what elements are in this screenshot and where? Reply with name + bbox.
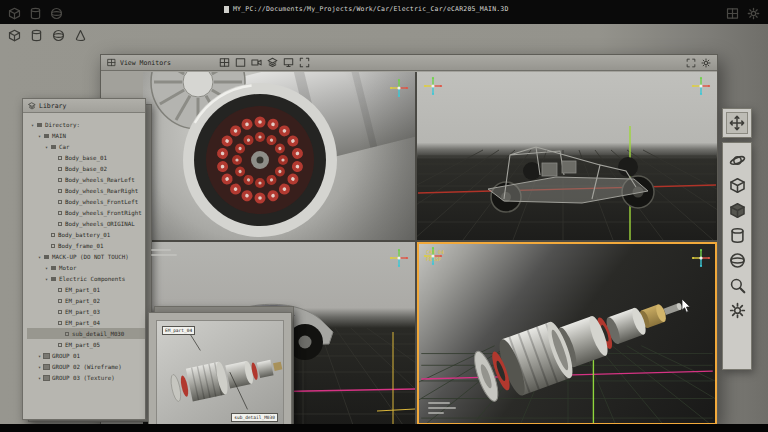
tree-item-label: Body_wheels_RearLeft [65, 177, 135, 183]
tree-item-label: MAIN [52, 133, 66, 139]
tree-item[interactable]: EM_part_02 [27, 295, 145, 306]
tree-item-label: Car [59, 144, 69, 150]
grid-view-icon[interactable] [219, 57, 230, 68]
sphere-icon[interactable] [52, 27, 65, 40]
mesh-icon [58, 310, 62, 314]
tree-item[interactable]: EM_part_01 [27, 284, 145, 295]
tree-item[interactable]: sub_detail_M030 [27, 328, 145, 339]
tree-item[interactable]: Body_frame_01 [27, 240, 145, 251]
tree-item[interactable]: ▾Car [27, 141, 145, 152]
tree-item-label: EM_part_04 [65, 320, 100, 326]
move-tool-icon[interactable] [726, 112, 748, 134]
tree-item-label: EM_part_03 [65, 309, 100, 315]
tree-item[interactable]: Body_wheels_ORIGINAL [27, 218, 145, 229]
tree-item[interactable]: EM_part_05 [27, 339, 145, 350]
cylinder-icon[interactable] [729, 227, 746, 244]
tree-item[interactable]: ▾GROUP 01 [27, 350, 145, 361]
viewport-top-right[interactable] [417, 72, 717, 240]
tree-item[interactable]: EM_part_03 [27, 306, 145, 317]
orbit-tool-icon[interactable] [729, 152, 746, 169]
mesh-icon [58, 343, 62, 347]
detail-image: EM_part_04 sub_detail_M030 [156, 320, 284, 432]
mesh-icon [58, 200, 62, 204]
callout-label: EM_part_04 [162, 326, 195, 335]
window-toolbar [219, 57, 310, 68]
library-title: Library [39, 102, 66, 110]
folder-icon [44, 134, 49, 138]
group-icon [44, 376, 49, 380]
tree-item[interactable]: ▾MAIN [27, 130, 145, 141]
cube-solid-icon[interactable] [729, 202, 746, 219]
mesh-icon [58, 167, 62, 171]
tree-item[interactable]: ▾GROUP 02 (Wireframe) [27, 361, 145, 372]
tree-item[interactable]: ▾Directory: [27, 119, 145, 130]
viewport-stats-text [428, 412, 444, 414]
expand-icon[interactable] [686, 58, 696, 68]
mesh-icon [58, 211, 62, 215]
monitor-icon[interactable] [283, 57, 294, 68]
tree-item[interactable]: Body_base_01 [27, 152, 145, 163]
tree-item[interactable]: ▾Motor [27, 262, 145, 273]
settings-icon[interactable] [747, 5, 760, 18]
settings-icon[interactable] [729, 302, 746, 319]
folder-icon [37, 123, 42, 127]
tree-item[interactable]: Body_wheels_RearRight [27, 185, 145, 196]
tree-item-label: Body_battery_01 [58, 232, 110, 238]
right-toolbar-primary [722, 108, 752, 138]
desktop: View Monitors [0, 24, 768, 425]
tree-item[interactable]: Body_base_02 [27, 163, 145, 174]
mesh-icon [58, 299, 62, 303]
window-title-bar[interactable]: View Monitors [101, 55, 717, 71]
viewport-stats-text [428, 407, 456, 409]
camera-label-line2: PERSP [426, 256, 444, 263]
library-panel: Library ▾Directory:▾MAIN▾CarBody_base_01… [22, 98, 146, 420]
sphere-icon[interactable] [729, 252, 746, 269]
zoom-icon[interactable] [729, 277, 746, 294]
tree-item[interactable]: Body_wheels_FrontRight [27, 207, 145, 218]
viewport-top-left[interactable] [143, 72, 415, 240]
sphere-icon[interactable] [50, 5, 63, 18]
library-header[interactable]: Library [23, 99, 145, 113]
grid-view-icon[interactable] [726, 5, 739, 18]
cylinder-icon[interactable] [29, 5, 42, 18]
folder-icon [51, 266, 56, 270]
camera-icon[interactable] [251, 57, 262, 68]
tree-item[interactable]: Body_battery_01 [27, 229, 145, 240]
expand-icon[interactable] [299, 57, 310, 68]
mesh-icon [65, 332, 69, 336]
tree-item[interactable]: ▾Electric Components [27, 273, 145, 284]
cube-icon[interactable] [8, 27, 21, 40]
mesh-icon [58, 321, 62, 325]
mesh-icon [58, 288, 62, 292]
settings-icon[interactable] [701, 58, 711, 68]
folder-icon [44, 255, 49, 259]
single-view-icon[interactable] [235, 57, 246, 68]
tree-item[interactable]: EM_part_04 [27, 317, 145, 328]
cube-icon[interactable] [8, 5, 21, 18]
mesh-icon [58, 189, 62, 193]
title-bar-right-icons [726, 5, 760, 18]
tree-item[interactable]: Body_wheels_RearLeft [27, 174, 145, 185]
exploded-motor-scene [419, 244, 715, 423]
file-path: MY_PC://Documents/My_Projects/Work/Car/E… [233, 5, 509, 13]
tree-item-label: Body_frame_01 [58, 243, 103, 249]
viewport-bottom-right-selected[interactable]: CAM 04 PERSP [417, 242, 717, 425]
mesh-icon [51, 244, 55, 248]
tree-item-label: GROUP 01 [52, 353, 80, 359]
folder-icon [51, 277, 56, 281]
detail-inspector-panel[interactable]: EM_part_04 sub_detail_M030 [148, 312, 292, 432]
right-toolbar-tools [722, 142, 752, 370]
layers-icon[interactable] [267, 57, 278, 68]
viewport-info-text [151, 249, 171, 251]
cylinder-icon[interactable] [30, 27, 43, 40]
tree-item[interactable]: ▾MACK-UP (DO NOT TOUCH) [27, 251, 145, 262]
desktop-toolbar [8, 27, 87, 40]
tree-item[interactable]: Body_wheels_FrontLeft [27, 196, 145, 207]
tree-item[interactable]: ▾GROUP 03 (Texture) [27, 372, 145, 383]
cone-icon[interactable] [74, 27, 87, 40]
grid-view-icon [107, 58, 116, 67]
mesh-icon [51, 233, 55, 237]
letterbox-bottom [0, 424, 768, 432]
file-path-tab[interactable]: MY_PC://Documents/My_Projects/Work/Car/E… [224, 5, 509, 13]
cube-icon[interactable] [729, 177, 746, 194]
